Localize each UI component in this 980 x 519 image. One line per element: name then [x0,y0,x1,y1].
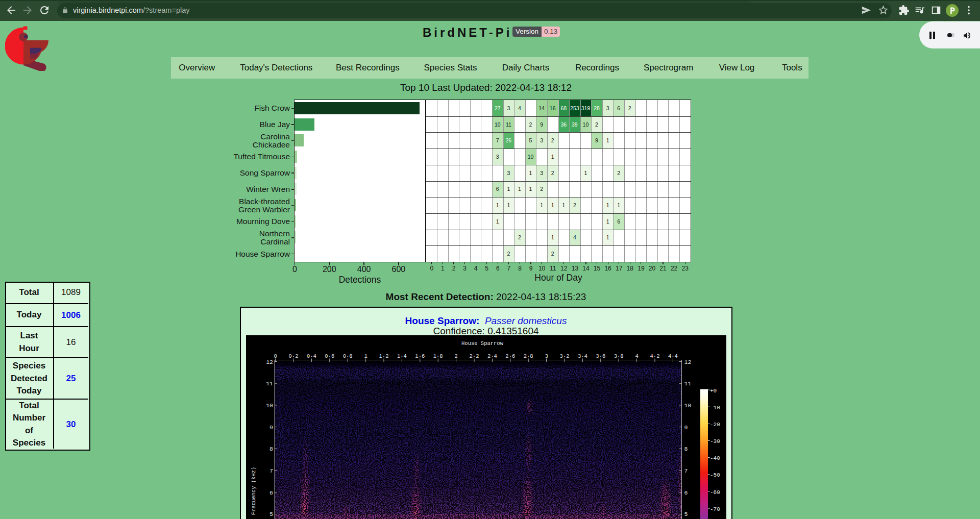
svg-text:1·6: 1·6 [415,353,425,359]
svg-text:12: 12 [684,359,692,365]
svg-text:2·2: 2·2 [470,353,479,359]
svg-text:0·6: 0·6 [325,353,334,359]
svg-text:6: 6 [684,489,688,496]
svg-text:11: 11 [266,380,273,387]
svg-text:0·2: 0·2 [289,353,299,359]
svg-text:11: 11 [684,380,692,387]
svg-text:-70: -70 [710,506,720,512]
svg-text:+0: +0 [710,388,717,394]
svg-text:3: 3 [545,353,548,359]
svg-text:4·2: 4·2 [650,353,660,359]
svg-text:6: 6 [270,489,273,496]
svg-text:3·6: 3·6 [596,353,605,359]
svg-text:7: 7 [270,467,273,474]
svg-text:10: 10 [266,402,273,409]
svg-text:3·4: 3·4 [578,353,587,359]
svg-text:2·8: 2·8 [524,353,533,359]
svg-text:-40: -40 [710,455,720,461]
svg-text:7: 7 [684,467,688,474]
svg-text:0·4: 0·4 [307,353,316,359]
svg-text:3·8: 3·8 [614,353,624,359]
svg-text:8: 8 [684,446,688,452]
svg-text:8: 8 [270,446,273,452]
svg-text:4: 4 [635,353,638,359]
svg-text:0·8: 0·8 [343,353,353,359]
svg-text:2: 2 [454,353,457,359]
svg-text:1·2: 1·2 [379,353,389,359]
svg-text:-60: -60 [710,489,720,496]
svg-text:0: 0 [274,353,277,359]
svg-text:-30: -30 [710,438,720,444]
svg-text:-20: -20 [710,422,720,428]
svg-text:5: 5 [684,511,688,517]
svg-text:10: 10 [684,402,692,409]
svg-text:12: 12 [266,359,273,365]
svg-text:1: 1 [364,353,367,359]
svg-text:9: 9 [684,424,688,431]
svg-text:5: 5 [270,511,273,517]
svg-text:1·8: 1·8 [433,353,443,359]
svg-text:House Sparrow: House Sparrow [461,340,504,347]
svg-text:9: 9 [270,424,273,431]
svg-text:2·6: 2·6 [505,353,515,359]
svg-text:3·2: 3·2 [560,353,570,359]
svg-text:4·4: 4·4 [668,353,678,359]
svg-text:Frequency (kHz): Frequency (kHz) [251,467,257,515]
svg-text:1·4: 1·4 [397,353,407,359]
svg-text:-50: -50 [710,472,720,478]
svg-text:2·4: 2·4 [487,353,497,359]
svg-text:-10: -10 [710,405,720,411]
